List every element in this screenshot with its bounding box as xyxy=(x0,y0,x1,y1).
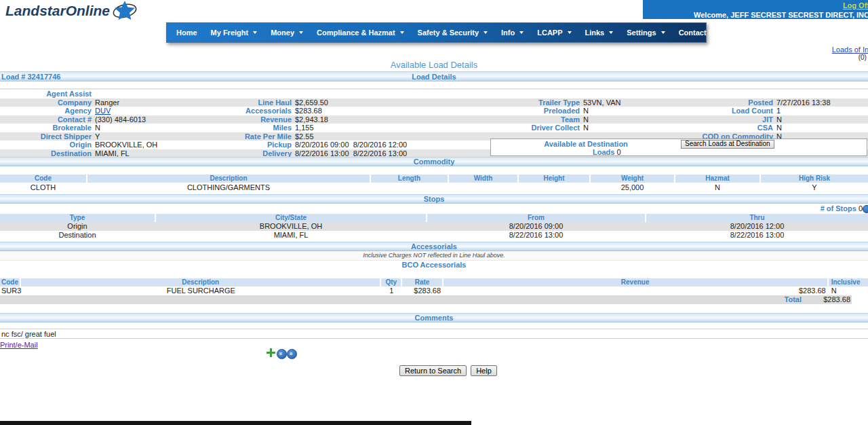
accessorials-note: Inclusive Charges NOT reflected in Line … xyxy=(0,251,868,261)
cell xyxy=(449,183,517,192)
column-header: High Risk xyxy=(761,174,868,183)
cell: BROOKVILLE, OH xyxy=(156,222,426,231)
column-header: Description xyxy=(87,174,370,183)
load-details-bar: Load # 32417746 Load Details xyxy=(0,71,868,81)
stops-row: Origin BROOKVILLE, OH 8/20/2016 09:00 8/… xyxy=(0,222,868,231)
column-header: City/State xyxy=(156,214,426,222)
app-logo[interactable]: LandstarOnline xyxy=(5,1,138,20)
detail-label: Preloaded xyxy=(488,107,580,115)
commodity-row: CLOTH CLOTHING/GARMENTS 25,000 N Y xyxy=(0,183,868,192)
scroll-up-icon[interactable]: » xyxy=(287,349,297,359)
section-header-commodity: Commodity xyxy=(0,157,868,166)
column-header: Thru xyxy=(646,214,868,222)
section-header-accessorials: Accessorials xyxy=(0,242,868,251)
return-to-search-button[interactable]: Return to Search xyxy=(399,365,467,376)
detail-row: CompanyRanger Line Haul$2,659.50 Trailer… xyxy=(0,98,868,107)
detail-value: N xyxy=(92,124,241,132)
bco-row: SUR3 FUEL SURCHARGE 1 $283.68 $283.68 N xyxy=(0,287,868,295)
detail-label: JIT xyxy=(675,115,773,124)
comments-text: nc fsc/ great fuel xyxy=(0,329,868,339)
detail-value: N xyxy=(580,107,675,115)
chevron-down-icon xyxy=(568,31,572,34)
cell: N xyxy=(829,287,868,295)
section-title: Commodity xyxy=(414,158,455,166)
nav-item-compliance-hazmat[interactable]: Compliance & Hazmat xyxy=(310,29,411,37)
available-at-destination-title: Available at Destination xyxy=(491,140,681,148)
detail-label: Agency xyxy=(0,107,92,115)
stops-count-label: # of Stops xyxy=(821,204,856,212)
bottom-edge-strip xyxy=(0,421,471,425)
nav-item-home[interactable]: Home xyxy=(170,29,204,37)
nav-item-contact-us[interactable]: Contact Us xyxy=(672,29,734,37)
cell: Y xyxy=(761,183,868,192)
detail-label: Line Haul xyxy=(241,98,292,107)
detail-label: Origin xyxy=(0,141,92,149)
nav-label: Home xyxy=(176,29,197,37)
chevron-down-icon xyxy=(299,31,303,34)
column-header: Weight xyxy=(591,174,674,183)
detail-label: Revenue xyxy=(241,115,292,124)
nav-item-money[interactable]: Money xyxy=(264,29,310,37)
cell: 8/22/2016 13:00 xyxy=(646,231,868,240)
nav-item-settings[interactable]: Settings xyxy=(620,29,671,37)
logo-text: LandstarOnline xyxy=(5,3,110,19)
load-number: Load # 32417746 xyxy=(1,72,60,81)
help-button[interactable]: Help xyxy=(471,365,497,376)
cell: N xyxy=(675,183,760,192)
column-header: Qty xyxy=(381,278,401,287)
chevron-down-icon xyxy=(661,31,665,34)
nav-item-my-freight[interactable]: My Freight xyxy=(204,29,264,37)
welcome-text: Welcome, JEFF SECREST SECREST DIRECT, IN… xyxy=(643,10,868,19)
stops-help-icon[interactable] xyxy=(863,205,868,213)
bco-table-header: Code Description Qty Rate Revenue Inclus… xyxy=(0,278,868,287)
chevron-down-icon xyxy=(484,31,488,34)
scroll-down-icon[interactable]: » xyxy=(277,349,287,359)
detail-label: Contact # xyxy=(0,115,92,124)
chevron-down-icon xyxy=(519,31,524,34)
detail-value: 1 xyxy=(773,107,865,115)
cell: 8/20/2016 12:00 xyxy=(646,222,868,231)
nav-item-safety-security[interactable]: Safety & Security xyxy=(411,29,494,37)
available-at-destination-panel: Available at Destination Search Loads at… xyxy=(490,138,867,156)
cell: 25,000 xyxy=(591,183,674,192)
nav-item-links[interactable]: Links xyxy=(578,29,620,37)
column-header: Inclusive xyxy=(829,278,868,287)
nav-label: Compliance & Hazmat xyxy=(317,29,395,37)
nav-label: Links xyxy=(585,29,605,37)
column-header: Code xyxy=(0,174,86,183)
nav-label: Money xyxy=(271,29,294,37)
detail-value: N xyxy=(580,115,675,124)
column-header: Description xyxy=(21,278,380,287)
nav-label: LCAPP xyxy=(537,29,562,37)
total-value: $283.68 xyxy=(808,295,852,304)
section-title: Stops xyxy=(424,195,445,203)
action-buttons: Return to Search Help xyxy=(399,365,497,376)
detail-value: N xyxy=(580,124,675,132)
loads-of-interest-link[interactable]: Loads of Inter xyxy=(832,45,868,54)
nav-item-info[interactable]: Info xyxy=(494,29,530,37)
log-off-link[interactable]: Log Off xyxy=(643,0,868,10)
detail-value: (330) 484-6013 xyxy=(92,115,241,124)
search-loads-at-destination-button[interactable]: Search Loads at Destination xyxy=(681,140,774,149)
detail-label: Agent Assist xyxy=(0,90,92,98)
detail-value: 53VN, VAN xyxy=(580,98,675,107)
chevron-down-icon xyxy=(609,31,613,34)
chevron-glyph: » xyxy=(277,352,285,355)
detail-value: BROOKVILLE, OH xyxy=(92,141,241,149)
detail-label: Pickup xyxy=(241,141,292,149)
detail-label: Brokerable xyxy=(0,124,92,132)
detail-value: $2,943.18 xyxy=(292,115,488,124)
total-label: Total xyxy=(785,295,802,304)
add-icon[interactable] xyxy=(267,348,275,357)
nav-item-lcapp[interactable]: LCAPP xyxy=(530,29,578,37)
detail-value: $283.68 xyxy=(292,107,488,115)
column-header: Length xyxy=(371,174,448,183)
loads-label: Loads xyxy=(593,148,614,156)
cell: 1 xyxy=(382,287,401,295)
stops-row: Destination MIAMI, FL 8/22/2016 13:00 8/… xyxy=(0,231,868,240)
detail-label: Trailer Type xyxy=(488,98,580,107)
loads-value: 0 xyxy=(616,148,620,156)
print-email-link[interactable]: Print/e-Mail xyxy=(0,341,38,349)
loads-of-interest: Loads of Inter (0) loa xyxy=(832,45,868,61)
agency-link[interactable]: DUV xyxy=(95,107,111,115)
